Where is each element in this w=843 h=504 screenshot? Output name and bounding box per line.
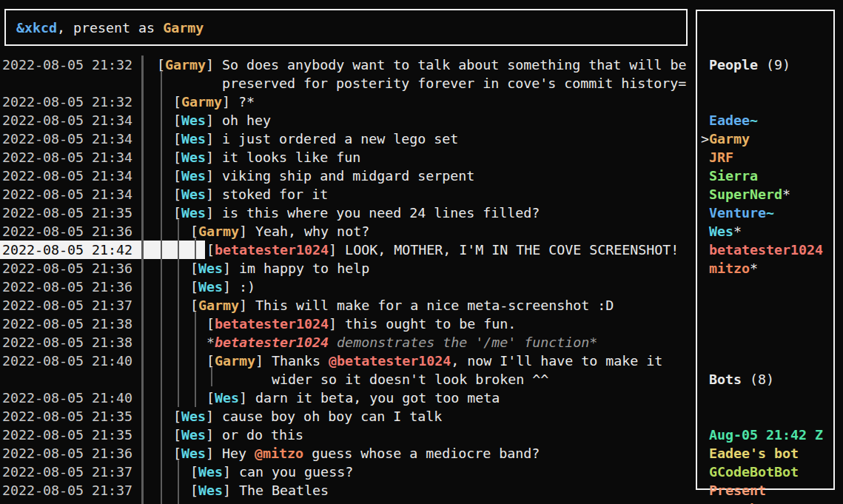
person-supernerd[interactable]: SuperNerd*: [709, 185, 833, 204]
person-jrf[interactable]: JRF: [709, 148, 833, 167]
message-text: [Wes] is this where you need 24 lines fi…: [173, 204, 540, 222]
message-segment: *: [206, 335, 215, 350]
chat-row: 2022-08-05 21:35[Wes] or do this: [0, 426, 696, 444]
user-list-sidebar: People (9) Eadee~>GarmyJRFSierraSuperNer…: [696, 10, 835, 490]
chat-row: 2022-08-05 21:38[betatester1024] this ou…: [0, 315, 696, 333]
message-segment: [: [190, 261, 198, 276]
message-segment: [: [173, 149, 181, 165]
timestamp: 2022-08-05 21:42: [2, 241, 132, 259]
bots-header-label: Bots: [709, 372, 742, 387]
message-segment: ] LOOK, MOTHER, I'M IN THE COVE SCREENSH…: [329, 242, 679, 258]
sender-name: Wes: [181, 205, 206, 221]
mention[interactable]: @mitzo: [255, 446, 303, 461]
chat-row: 2022-08-05 21:34[Wes] oh hey: [0, 111, 696, 130]
timestamp: 2022-08-05 21:37: [2, 296, 132, 315]
message-text: [Wes] im happy to help: [190, 259, 369, 278]
chat-row: preserved for posterity forever in cove'…: [0, 74, 696, 93]
bot-searchbot[interactable]: SearchBot: [709, 500, 833, 504]
message-segment: demonstrates the '/me' function*: [329, 335, 597, 350]
timestamp: 2022-08-05 21:34: [2, 148, 132, 167]
chat-row: 2022-08-05 21:34[Wes] i just ordered a n…: [0, 130, 696, 148]
user-name: GCodeBotBot: [709, 464, 799, 480]
user-name: Garmy: [709, 131, 750, 147]
bot-eadee-s-bot[interactable]: Eadee's bot: [709, 444, 833, 463]
sender-name: Wes: [198, 464, 223, 480]
message-text: [betatester1024] this ought to be fun.: [206, 315, 516, 333]
people-section-header: People (9): [709, 56, 833, 74]
message-text: [Wes] The Beatles: [190, 481, 329, 500]
user-name: Eadee's bot: [709, 446, 799, 461]
chat-row: 2022-08-05 21:35[Wes] is this where you …: [0, 204, 696, 222]
message-segment: ] The Beatles: [223, 483, 329, 498]
message-segment: [: [190, 464, 198, 480]
bots-count: (8): [750, 372, 774, 387]
bot-aug-05-21-42-z[interactable]: Aug-05 21:42 Z: [709, 426, 833, 444]
user-status-suffix: *: [733, 224, 742, 239]
message-text: [Wes] it looks like fun: [173, 148, 360, 167]
bot-present[interactable]: Present: [709, 481, 833, 500]
message-segment: ] im happy to help: [223, 261, 369, 276]
person-betatester1024[interactable]: betatester1024: [709, 241, 833, 259]
user-name: Present: [709, 483, 766, 498]
sender-name: Wes: [198, 483, 223, 498]
sender-name: Garmy: [181, 94, 222, 110]
sender-name: Wes: [181, 149, 206, 165]
timestamp: 2022-08-05 21:34: [2, 130, 132, 148]
timestamp: 2022-08-05 21:32: [2, 93, 132, 111]
message-segment: ] oh hey: [206, 112, 271, 128]
user-status-suffix: *: [750, 261, 758, 276]
message-segment: [: [206, 390, 215, 406]
timestamp: 2022-08-05 21:36: [2, 444, 132, 463]
message-segment: ] can you guess?: [223, 464, 353, 480]
people-list: Eadee~>GarmyJRFSierraSuperNerd*Venture~W…: [709, 111, 833, 278]
timestamp: 2022-08-05 21:40: [2, 389, 132, 407]
sender-name: Garmy: [198, 298, 239, 313]
chat-row-highlighted: 2022-08-05 21:42[betatester1024] LOOK, M…: [0, 241, 696, 259]
message-segment: [: [173, 168, 181, 184]
message-segment: ] or do this: [206, 427, 303, 443]
sender-name: Wes: [181, 187, 206, 202]
timestamp: 2022-08-05 21:35: [2, 407, 132, 426]
timestamp: 2022-08-05 21:34: [2, 111, 132, 130]
person-mitzo[interactable]: mitzo*: [709, 259, 833, 278]
chat-log: 2022-08-05 21:32[Garmy] So does anybody …: [0, 56, 696, 504]
chat-row: 2022-08-05 21:36[Wes] :): [0, 278, 696, 296]
person-sierra[interactable]: Sierra: [709, 167, 833, 185]
message-segment: ] i just ordered a new lego set: [206, 131, 458, 147]
message-text: [Garmy] So does anybody want to talk abo…: [157, 56, 686, 74]
person-eadee[interactable]: Eadee~: [709, 111, 833, 130]
sender-name: Wes: [215, 390, 239, 406]
timestamp: 2022-08-05 21:37: [2, 481, 132, 500]
channel-header: &xkcd, present as Garmy: [4, 9, 688, 46]
message-segment: ] is this where you need 24 lines filled…: [206, 205, 540, 221]
person-garmy[interactable]: >Garmy: [709, 130, 833, 148]
message-segment: [: [157, 57, 165, 73]
message-segment: ] ?*: [222, 94, 255, 110]
user-name: mitzo: [709, 261, 750, 276]
message-text: *betatester1024 demonstrates the '/me' f…: [206, 333, 597, 352]
timestamp: 2022-08-05 21:36: [2, 222, 132, 241]
user-name: Aug-05 21:42 Z: [709, 427, 823, 443]
message-segment: [: [173, 205, 181, 221]
mention[interactable]: @betatester1024: [329, 353, 451, 369]
message-segment: ] viking ship and midgard serpent: [206, 168, 474, 184]
sender-name: Wes: [181, 409, 206, 424]
message-segment: [: [173, 187, 181, 202]
sender-name: Wes: [181, 112, 206, 128]
chat-row: 2022-08-05 21:40[Wes] darn it beta, you …: [0, 389, 696, 407]
user-name: Venture: [709, 205, 766, 221]
person-wes[interactable]: Wes*: [709, 222, 833, 241]
thread-line: [195, 238, 196, 259]
person-venture[interactable]: Venture~: [709, 204, 833, 222]
message-segment: [: [206, 353, 215, 369]
timestamp: 2022-08-05 21:40: [2, 352, 132, 370]
bot-gcodebotbot[interactable]: GCodeBotBot: [709, 463, 833, 481]
chat-row: 2022-08-05 21:36[Wes] im happy to help: [0, 259, 696, 278]
chat-row: 2022-08-05 21:32[Garmy] So does anybody …: [0, 56, 696, 74]
thread-line: [195, 312, 196, 407]
message-text: [Wes] i just ordered a new lego set: [173, 130, 458, 148]
message-segment: [: [173, 112, 181, 128]
timestamp: 2022-08-05 21:34: [2, 167, 132, 185]
user-status-suffix: ~: [750, 112, 758, 128]
thread-line: [178, 460, 179, 504]
